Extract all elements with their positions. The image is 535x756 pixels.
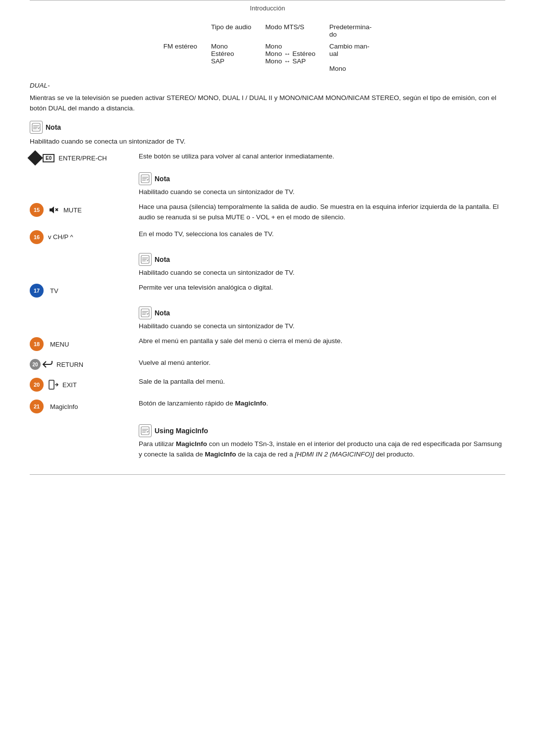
mute-left: 15 MUTE: [30, 202, 139, 217]
using-magicinfo-label: Using MagicInfo: [155, 427, 208, 435]
chp-section: 16 v CH/P ^ En el modo TV, selecciona lo…: [30, 229, 505, 244]
return-number-text: 20: [32, 362, 38, 367]
return-number-wrap: 20: [30, 359, 41, 370]
using-magicinfo-area: Using MagicInfo Para utilizar MagicInfo …: [139, 420, 505, 464]
exit-description: Sale de la pantalla del menú.: [139, 377, 505, 387]
enter-icon-group: E0 ENTER/PRE-CH: [30, 152, 107, 163]
enter-box-text: E0: [46, 155, 52, 161]
enter-prech-description: Este botón se utiliza para volver al can…: [139, 151, 505, 161]
svg-marker-10: [50, 206, 54, 213]
note-label-2: Nota: [155, 175, 170, 183]
tv-number-circle: 17: [30, 284, 44, 298]
note-pencil-icon-1: [32, 123, 41, 132]
note-icon-1: [30, 121, 43, 134]
mute-icon-wrap: 15 MUTE: [30, 203, 82, 217]
note-label-3: Nota: [155, 255, 170, 263]
mute-number: 15: [34, 207, 40, 213]
chp-icon-wrap: 16 v CH/P ^: [30, 230, 73, 244]
using-para-mid2: de la caja de red a: [236, 451, 295, 458]
mute-number-circle: 15: [30, 203, 44, 217]
mute-label: MUTE: [63, 206, 82, 214]
using-bold1: MagicInfo: [176, 440, 207, 448]
menu-number-circle: 18: [30, 337, 44, 351]
tv-section: 17 TV Permite ver una televisión analógi…: [30, 283, 505, 298]
exit-number: 20: [34, 382, 40, 388]
return-description: Vuelve al menú anterior.: [139, 358, 505, 368]
note-pencil-icon-2: [141, 174, 150, 183]
tv-description: Permite ver una televisión analógica o d…: [139, 283, 505, 293]
enter-prech-left: E0 ENTER/PRE-CH: [30, 151, 139, 163]
mute-right: Hace una pausa (silencia) temporalmente …: [139, 202, 505, 222]
return-circle-icon: 20: [30, 359, 41, 370]
table-col-audiotype: Tipo de audio: [204, 22, 258, 41]
using-para-pre: Para utilizar: [139, 440, 176, 448]
note-icon-2: [139, 172, 152, 185]
chp-right: En el modo TV, selecciona los canales de…: [139, 229, 505, 239]
audio-table: Tipo de audio Modo MTS/S Predetermina-do…: [157, 22, 378, 74]
magicinfo-number: 21: [34, 403, 40, 409]
audio-table-section: Tipo de audio Modo MTS/S Predetermina-do…: [30, 22, 505, 74]
exit-number-circle: 20: [30, 378, 44, 392]
table-cell-defaults: Cambio man-ualMono: [322, 41, 379, 74]
using-italic: [HDMI IN 2 (MAGICINFO)]: [295, 451, 374, 458]
table-col-empty: [157, 22, 204, 41]
table-col-default: Predetermina-do: [322, 22, 379, 41]
magicinfo-number-circle: 21: [30, 400, 44, 413]
exit-left: 20 EXIT: [30, 377, 139, 392]
svg-marker-17: [147, 259, 149, 261]
mute-section: 15 MUTE Hace una pausa (silencia) tempor…: [30, 202, 505, 222]
enter-prech-note-area: Nota Habilitado cuando se conecta un sin…: [139, 170, 505, 202]
chp-label: v CH/P ^: [48, 233, 73, 241]
magicinfo-desc-bold: MagicInfo: [235, 400, 266, 407]
using-para-end: del producto.: [374, 451, 415, 458]
return-icon-wrap: 20 RETURN: [30, 359, 83, 370]
tv-number: 17: [34, 288, 40, 294]
note-pencil-icon-4: [141, 308, 150, 317]
svg-marker-4: [38, 127, 40, 129]
note-icon-4: [139, 306, 152, 319]
note-box-4: Nota: [139, 306, 505, 319]
menu-right: Abre el menú en pantalla y sale del menú…: [139, 336, 505, 346]
enter-box-icon: E0: [43, 154, 54, 162]
enter-prech-right: Este botón se utiliza para volver al can…: [139, 151, 505, 161]
menu-description: Abre el menú en pantalla y sale del menú…: [139, 336, 505, 346]
chp-left: 16 v CH/P ^: [30, 229, 139, 244]
menu-left: 18 MENU: [30, 336, 139, 351]
svg-marker-29: [147, 431, 149, 433]
note-label-1: Nota: [46, 123, 61, 131]
bottom-border: [30, 474, 505, 475]
note-label-4: Nota: [155, 309, 170, 317]
tv-note-area: Nota Habilitado cuando se conecta un sin…: [139, 304, 505, 336]
tv-label: TV: [50, 287, 58, 295]
using-magicinfo-pencil-icon: [141, 426, 150, 435]
dual-paragraph: Mientras se ve la televisión se pueden a…: [30, 93, 505, 114]
exit-right: Sale de la pantalla del menú.: [139, 377, 505, 387]
note-box-2: Nota: [139, 172, 505, 185]
using-magicinfo-paragraph: Para utilizar MagicInfo con un modelo TS…: [139, 439, 505, 459]
exit-door-icon: [48, 379, 59, 390]
tv-right: Permite ver una televisión analógica o d…: [139, 283, 505, 293]
note-box-1: Nota: [30, 121, 505, 134]
using-magicinfo-icon: [139, 424, 152, 437]
magicinfo-left: 21 MagicInfo: [30, 399, 139, 413]
note-text-3: Habilitado cuando se conecta un sintoniz…: [139, 268, 505, 278]
magicinfo-right: Botón de lanzamiento rápido de MagicInfo…: [139, 399, 505, 408]
mute-description: Hace una pausa (silencia) temporalmente …: [139, 202, 505, 222]
chp-description: En el modo TV, selecciona los canales de…: [139, 229, 505, 239]
tv-left: 17 TV: [30, 283, 139, 298]
return-section: 20 RETURN Vuelve al menú anterior.: [30, 358, 505, 370]
page-header: Introducción: [30, 0, 505, 12]
page: Introducción Tipo de audio Modo MTS/S Pr…: [0, 0, 535, 756]
note-text-4: Habilitado cuando se conecta un sintoniz…: [139, 321, 505, 331]
menu-label: MENU: [50, 341, 69, 348]
chp-note-area: Nota Habilitado cuando se conecta un sin…: [139, 251, 505, 283]
return-arrow-icon: [42, 360, 53, 369]
magicinfo-icon-wrap: 21 MagicInfo: [30, 400, 78, 413]
magicinfo-label: MagicInfo: [50, 403, 78, 410]
note-text-1: Habilitado cuando se conecta un sintoniz…: [30, 137, 505, 147]
table-col-mts: Modo MTS/S: [258, 22, 322, 41]
note-box-3: Nota: [139, 253, 505, 266]
enter-prech-label: ENTER/PRE-CH: [58, 154, 107, 162]
dual-label: DUAL-: [30, 82, 505, 89]
svg-marker-9: [147, 179, 149, 181]
